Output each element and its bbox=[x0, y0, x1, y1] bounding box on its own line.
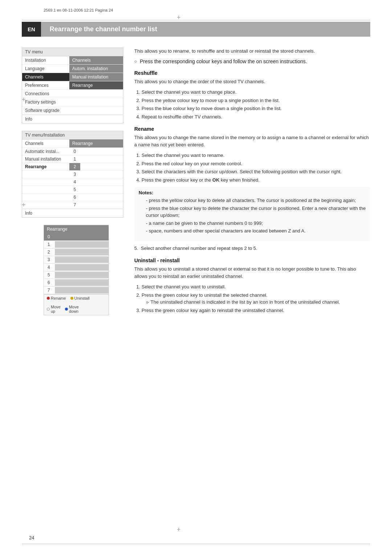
menu-row-software-upgrade: Software upgrade bbox=[22, 106, 123, 115]
inst-left-6 bbox=[22, 194, 69, 201]
uninstall-intro: This allows you to uninstall a stored ch… bbox=[134, 266, 370, 280]
uninstall-step-1: Select the channel you want to uninstall… bbox=[142, 283, 370, 291]
reshuffle-step-4: Repeat to reshuffle other TV channels. bbox=[142, 113, 370, 121]
yellow-dot-icon bbox=[70, 297, 73, 300]
inst-left-7 bbox=[22, 201, 69, 208]
uninstall-step-3: Press the green colour key again to rein… bbox=[142, 307, 370, 314]
key-uninstall: Uninstall bbox=[70, 296, 90, 300]
menu-row-preferences: Preferences Rearrange bbox=[22, 81, 123, 90]
inst-right-0: 0 bbox=[69, 148, 80, 155]
channels-col-header: Channels bbox=[22, 139, 69, 147]
inst-right-6: 6 bbox=[69, 194, 80, 201]
inst-left-0: Automatic instal... bbox=[22, 148, 69, 155]
installation-menu-title: TV menu/Installation bbox=[22, 131, 123, 139]
menu-item-channels-left: Channels bbox=[22, 73, 69, 81]
menu-item-connections-right bbox=[69, 90, 123, 98]
inst-left-1: Manual installation bbox=[22, 155, 69, 163]
note-1: press the yellow colour key to delete al… bbox=[146, 197, 366, 204]
inst-row-7: 7 bbox=[22, 201, 123, 209]
rearrange-row-6: 6 bbox=[44, 279, 109, 287]
rename-step5: 5. Select another channel number and rep… bbox=[134, 245, 370, 252]
rearrange-empty-7 bbox=[55, 287, 109, 293]
rearrange-empty-4 bbox=[55, 264, 109, 271]
menu-row-language: Language Autom. installation bbox=[22, 65, 123, 73]
tv-menu-box: TV menu Installation Channels Language A… bbox=[22, 48, 123, 123]
left-column: TV menu Installation Channels Language A… bbox=[22, 48, 123, 323]
key-move-up: Moveup bbox=[47, 305, 61, 313]
inst-row-5: 5 bbox=[22, 186, 123, 194]
menu-item-factory-settings: Factory settings bbox=[22, 98, 69, 106]
bullet-text-1: Press the corresponding colour keys and … bbox=[140, 58, 307, 64]
note-4: space, numbers and other special charact… bbox=[146, 227, 366, 235]
notes-list: press the yellow colour key to delete al… bbox=[146, 197, 366, 235]
page-number: 24 bbox=[29, 535, 34, 540]
inst-left-4 bbox=[22, 178, 69, 186]
rearrange-row-2: 2 bbox=[44, 248, 109, 256]
inst-right-4: 4 bbox=[69, 178, 80, 186]
intro-text: This allows you to rename, to reshuffle … bbox=[134, 48, 370, 55]
rename-intro: This allows you to change the name store… bbox=[134, 134, 370, 148]
key-move-down: Movedown bbox=[65, 305, 79, 313]
note-2: press the blue colour key to delete the … bbox=[146, 205, 366, 219]
menu-item-software-upgrade: Software upgrade bbox=[22, 106, 69, 114]
menu-item-channels: Channels bbox=[69, 56, 123, 64]
page-meta: 2569.1 en 08-11-2006 12:21 Pagina 24 bbox=[44, 8, 113, 12]
menu-item-language: Language bbox=[22, 65, 69, 73]
uninstall-title: Uninstall - reinstall bbox=[134, 258, 370, 263]
crosshair-bottom bbox=[176, 528, 183, 535]
reshuffle-steps: Select the channel you want to change pl… bbox=[142, 89, 370, 120]
rearrange-num-2: 2 bbox=[44, 248, 55, 256]
rename-key-label: Rename bbox=[51, 296, 66, 300]
page-header: EN Rearrange the channel number list bbox=[22, 22, 370, 37]
ok-bold: OK bbox=[212, 177, 220, 183]
menu-item-software-right bbox=[69, 106, 123, 114]
crosshair-left-lower bbox=[21, 203, 28, 211]
inst-row-3: 3 bbox=[22, 171, 123, 178]
menu-item-installation: Installation bbox=[22, 56, 69, 64]
rearrange-num-6: 6 bbox=[44, 279, 55, 286]
inst-row-0: Automatic instal... 0 bbox=[22, 148, 123, 155]
rearrange-row-7: 7 bbox=[44, 287, 109, 294]
rearrange-num-7: 7 bbox=[44, 287, 55, 294]
inst-left-2: Rearrange bbox=[22, 163, 69, 170]
inst-right-7: 7 bbox=[69, 201, 80, 208]
note-3: a name can be given to the channel numbe… bbox=[146, 220, 366, 227]
uninstall-steps: Select the channel you want to uninstall… bbox=[142, 283, 370, 314]
crosshair-top bbox=[176, 16, 183, 23]
move-down-key-label: Movedown bbox=[69, 305, 79, 313]
menu-item-connections: Connections bbox=[22, 90, 69, 98]
rearrange-header: Rearrange bbox=[44, 225, 109, 233]
reshuffle-step-1: Select the channel you want to change pl… bbox=[142, 89, 370, 96]
installation-menu-box: TV menu/Installation Channels Rearrange … bbox=[22, 131, 123, 218]
inst-right-1: 1 bbox=[69, 155, 80, 163]
rearrange-num-0: 0 bbox=[44, 233, 109, 240]
page-title: Rearrange the channel number list bbox=[41, 22, 370, 37]
inst-left-5 bbox=[22, 186, 69, 193]
inst-right-2: 2 bbox=[69, 163, 80, 170]
rearrange-box: Rearrange 0 1 2 3 4 5 bbox=[44, 225, 109, 315]
menu-item-manual-installation: Manual installation bbox=[69, 73, 123, 81]
menu-item-autom-installation: Autom. installation bbox=[69, 65, 123, 73]
reshuffle-step-3: Press the blue colour key to move down a… bbox=[142, 105, 370, 112]
key-rename: Rename bbox=[47, 296, 66, 300]
content-area: TV menu Installation Channels Language A… bbox=[22, 48, 370, 323]
rearrange-row-5: 5 bbox=[44, 271, 109, 279]
rename-title: Rename bbox=[134, 126, 370, 132]
inst-row-6: 6 bbox=[22, 194, 123, 201]
reshuffle-title: Reshuffle bbox=[134, 70, 370, 76]
rearrange-num-4: 4 bbox=[44, 264, 55, 271]
menu-row-factory-settings: Factory settings bbox=[22, 98, 123, 106]
blue-dot-icon bbox=[65, 308, 68, 311]
rearrange-empty-3 bbox=[55, 256, 109, 263]
move-up-key-label: Moveup bbox=[51, 305, 61, 313]
language-label: EN bbox=[22, 22, 41, 37]
key-footer: Rename Uninstall Moveup Movedown bbox=[44, 294, 109, 315]
crosshair-left-mid bbox=[21, 98, 28, 105]
menu-item-preferences: Preferences bbox=[22, 81, 69, 89]
inst-row-1: Manual installation 1 bbox=[22, 155, 123, 163]
inst-right-3: 3 bbox=[69, 171, 80, 178]
menu-item-rearrange: Rearrange bbox=[69, 81, 123, 89]
rename-step-2: Press the red colour key on your remote … bbox=[142, 160, 370, 167]
rename-step-1: Select the channel you want to rename. bbox=[142, 152, 370, 159]
rearrange-empty-2 bbox=[55, 249, 109, 255]
